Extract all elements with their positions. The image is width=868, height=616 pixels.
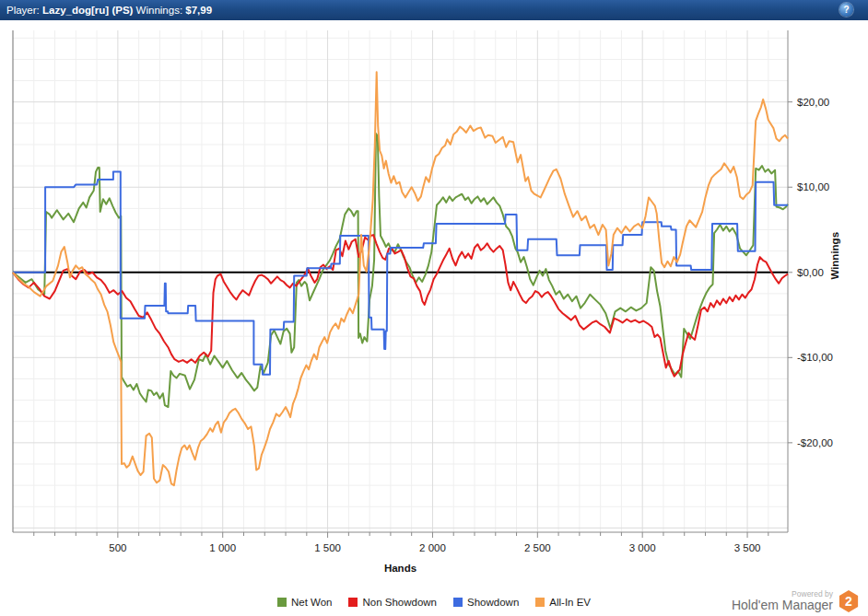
legend-label: Non Showdown xyxy=(362,597,437,608)
winnings-graph: 5001 0001 5002 0002 5003 0003 500$20,00$… xyxy=(0,20,868,586)
brand-label: Hold'em Manager xyxy=(732,599,833,612)
legend-swatch xyxy=(535,598,545,607)
y-axis-title: Winnings xyxy=(829,232,840,280)
hm2-logo: 2 xyxy=(839,590,859,612)
series-all-in-ev xyxy=(13,72,788,485)
powered-by-footer: Powered by Hold'em Manager 2 xyxy=(732,590,859,612)
title-bar: Player: Lazy_dog[ru] (PS) Winnings: $7,9… xyxy=(0,0,868,20)
x-axis-title: Hands xyxy=(384,563,416,574)
x-tick-label: 3 500 xyxy=(734,542,761,553)
y-tick-label: -$20,00 xyxy=(797,437,833,448)
x-tick-label: 3 000 xyxy=(629,542,656,553)
x-tick-label: 1 000 xyxy=(209,542,236,553)
x-tick-label: 2 000 xyxy=(419,542,446,553)
x-tick-label: 2 500 xyxy=(524,542,551,553)
x-tick-label: 1 500 xyxy=(314,542,341,553)
legend-swatch xyxy=(453,598,463,607)
winnings-value: $7,99 xyxy=(185,5,212,16)
y-tick-label: $20,00 xyxy=(797,97,829,108)
legend-item-non-showdown: Non Showdown xyxy=(348,597,437,608)
winnings-label: Winnings: xyxy=(133,5,185,16)
legend-item-all-in-ev: All-In EV xyxy=(535,597,591,608)
legend-swatch xyxy=(277,598,287,607)
legend-item-showdown: Showdown xyxy=(453,597,519,608)
player-name: Lazy_dog[ru] (PS) xyxy=(42,5,133,16)
player-label: Player: xyxy=(6,5,42,16)
y-tick-label: -$10,00 xyxy=(797,352,833,363)
x-tick-label: 500 xyxy=(109,542,126,553)
winnings-graph-svg: 5001 0001 5002 0002 5003 0003 500$20,00$… xyxy=(0,20,868,593)
legend-label: All-In EV xyxy=(549,597,591,608)
legend-swatch xyxy=(348,598,358,607)
legend-label: Showdown xyxy=(467,597,519,608)
series-net-won xyxy=(13,134,788,407)
legend-item-net-won: Net Won xyxy=(277,597,333,608)
help-icon[interactable]: ? xyxy=(839,3,853,17)
y-tick-label: $0,00 xyxy=(797,267,824,278)
legend-label: Net Won xyxy=(291,597,333,608)
series-non-showdown xyxy=(13,235,788,377)
y-tick-label: $10,00 xyxy=(797,181,829,192)
